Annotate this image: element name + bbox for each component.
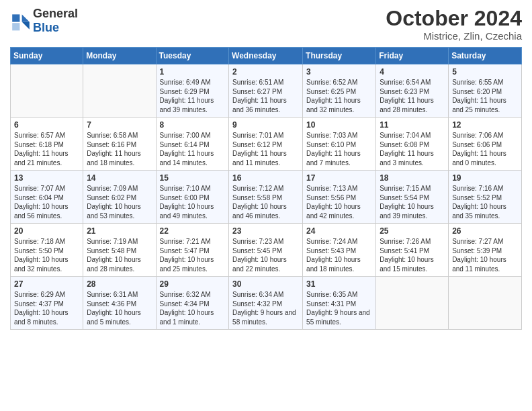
day-info: Sunrise: 7:16 AM Sunset: 5:52 PM Dayligh… — [452, 184, 518, 220]
day-number: 11 — [380, 120, 445, 130]
calendar-cell: 10Sunrise: 7:03 AM Sunset: 6:10 PM Dayli… — [303, 118, 376, 171]
day-info: Sunrise: 7:15 AM Sunset: 5:54 PM Dayligh… — [380, 184, 445, 220]
day-info: Sunrise: 6:54 AM Sunset: 6:23 PM Dayligh… — [380, 78, 445, 114]
calendar-cell: 3Sunrise: 6:52 AM Sunset: 6:25 PM Daylig… — [303, 64, 376, 118]
day-info: Sunrise: 7:07 AM Sunset: 6:04 PM Dayligh… — [14, 184, 79, 220]
calendar-cell: 17Sunrise: 7:13 AM Sunset: 5:56 PM Dayli… — [303, 171, 376, 224]
calendar-cell: 24Sunrise: 7:24 AM Sunset: 5:43 PM Dayli… — [303, 224, 376, 277]
day-info: Sunrise: 7:26 AM Sunset: 5:41 PM Dayligh… — [380, 237, 445, 273]
calendar-cell — [376, 277, 449, 330]
calendar-cell: 18Sunrise: 7:15 AM Sunset: 5:54 PM Dayli… — [376, 171, 449, 224]
day-number: 18 — [380, 173, 445, 183]
logo-general-text: General — [33, 7, 78, 20]
day-number: 10 — [306, 120, 372, 130]
day-info: Sunrise: 7:00 AM Sunset: 6:14 PM Dayligh… — [160, 131, 226, 167]
calendar-week-row: 6Sunrise: 6:57 AM Sunset: 6:18 PM Daylig… — [11, 118, 522, 171]
calendar-cell: 15Sunrise: 7:10 AM Sunset: 6:00 PM Dayli… — [156, 171, 229, 224]
day-number: 2 — [232, 67, 299, 77]
day-number: 26 — [452, 226, 518, 236]
day-number: 24 — [306, 226, 372, 236]
logo: General Blue — [10, 7, 78, 35]
calendar-cell: 31Sunrise: 6:35 AM Sunset: 4:31 PM Dayli… — [303, 277, 376, 330]
location-title: Mistrice, Zlin, Czechia — [386, 30, 522, 42]
calendar-cell: 22Sunrise: 7:21 AM Sunset: 5:47 PM Dayli… — [156, 224, 229, 277]
day-info: Sunrise: 6:49 AM Sunset: 6:29 PM Dayligh… — [160, 78, 226, 114]
month-title: October 2024 — [386, 7, 522, 30]
day-info: Sunrise: 6:31 AM Sunset: 4:36 PM Dayligh… — [87, 290, 152, 326]
day-info: Sunrise: 7:04 AM Sunset: 6:08 PM Dayligh… — [380, 131, 445, 167]
day-number: 28 — [87, 279, 152, 289]
calendar-cell: 4Sunrise: 6:54 AM Sunset: 6:23 PM Daylig… — [376, 64, 449, 118]
calendar-cell: 26Sunrise: 7:27 AM Sunset: 5:39 PM Dayli… — [449, 224, 522, 277]
calendar-cell: 30Sunrise: 6:34 AM Sunset: 4:32 PM Dayli… — [229, 277, 303, 330]
day-number: 21 — [87, 226, 152, 236]
day-number: 6 — [14, 120, 79, 130]
day-info: Sunrise: 7:21 AM Sunset: 5:47 PM Dayligh… — [160, 237, 226, 273]
day-info: Sunrise: 7:18 AM Sunset: 5:50 PM Dayligh… — [14, 237, 79, 273]
calendar-cell: 14Sunrise: 7:09 AM Sunset: 6:02 PM Dayli… — [83, 171, 156, 224]
logo-blue-text: Blue — [33, 21, 59, 34]
calendar-cell: 19Sunrise: 7:16 AM Sunset: 5:52 PM Dayli… — [449, 171, 522, 224]
day-info: Sunrise: 7:24 AM Sunset: 5:43 PM Dayligh… — [306, 237, 372, 273]
calendar-table: Sunday Monday Tuesday Wednesday Thursday… — [10, 47, 522, 330]
day-number: 13 — [14, 173, 79, 183]
logo-icon — [10, 10, 32, 32]
day-number: 3 — [306, 67, 372, 77]
header-friday: Friday — [376, 48, 449, 64]
day-info: Sunrise: 6:57 AM Sunset: 6:18 PM Dayligh… — [14, 131, 79, 167]
calendar-cell: 11Sunrise: 7:04 AM Sunset: 6:08 PM Dayli… — [376, 118, 449, 171]
calendar-week-row: 20Sunrise: 7:18 AM Sunset: 5:50 PM Dayli… — [11, 224, 522, 277]
day-info: Sunrise: 6:52 AM Sunset: 6:25 PM Dayligh… — [306, 78, 372, 114]
header-tuesday: Tuesday — [156, 48, 229, 64]
day-info: Sunrise: 7:13 AM Sunset: 5:56 PM Dayligh… — [306, 184, 372, 220]
day-number: 30 — [232, 279, 299, 289]
calendar-cell: 5Sunrise: 6:55 AM Sunset: 6:20 PM Daylig… — [449, 64, 522, 118]
calendar-cell: 1Sunrise: 6:49 AM Sunset: 6:29 PM Daylig… — [156, 64, 229, 118]
calendar-cell: 20Sunrise: 7:18 AM Sunset: 5:50 PM Dayli… — [11, 224, 83, 277]
header-wednesday: Wednesday — [229, 48, 303, 64]
day-info: Sunrise: 7:19 AM Sunset: 5:48 PM Dayligh… — [87, 237, 152, 273]
calendar-cell: 8Sunrise: 7:00 AM Sunset: 6:14 PM Daylig… — [156, 118, 229, 171]
day-info: Sunrise: 7:27 AM Sunset: 5:39 PM Dayligh… — [452, 237, 518, 273]
day-number: 23 — [232, 226, 299, 236]
header-monday: Monday — [83, 48, 156, 64]
header-saturday: Saturday — [449, 48, 522, 64]
day-number: 12 — [452, 120, 518, 130]
day-info: Sunrise: 6:34 AM Sunset: 4:32 PM Dayligh… — [232, 290, 299, 326]
day-number: 1 — [160, 67, 226, 77]
day-info: Sunrise: 7:23 AM Sunset: 5:45 PM Dayligh… — [232, 237, 299, 273]
day-info: Sunrise: 7:12 AM Sunset: 5:58 PM Dayligh… — [232, 184, 299, 220]
calendar-cell: 21Sunrise: 7:19 AM Sunset: 5:48 PM Dayli… — [83, 224, 156, 277]
day-number: 22 — [160, 226, 226, 236]
calendar-week-row: 13Sunrise: 7:07 AM Sunset: 6:04 PM Dayli… — [11, 171, 522, 224]
svg-rect-4 — [12, 23, 19, 30]
day-info: Sunrise: 7:06 AM Sunset: 6:06 PM Dayligh… — [452, 131, 518, 167]
day-number: 15 — [160, 173, 226, 183]
calendar-cell: 16Sunrise: 7:12 AM Sunset: 5:58 PM Dayli… — [229, 171, 303, 224]
header-thursday: Thursday — [303, 48, 376, 64]
day-info: Sunrise: 6:55 AM Sunset: 6:20 PM Dayligh… — [452, 78, 518, 114]
svg-rect-3 — [12, 14, 19, 21]
calendar-week-row: 27Sunrise: 6:29 AM Sunset: 4:37 PM Dayli… — [11, 277, 522, 330]
day-number: 4 — [380, 67, 445, 77]
calendar-cell: 2Sunrise: 6:51 AM Sunset: 6:27 PM Daylig… — [229, 64, 303, 118]
day-number: 9 — [232, 120, 299, 130]
calendar-cell: 27Sunrise: 6:29 AM Sunset: 4:37 PM Dayli… — [11, 277, 83, 330]
day-number: 20 — [14, 226, 79, 236]
calendar-cell: 6Sunrise: 6:57 AM Sunset: 6:18 PM Daylig… — [11, 118, 83, 171]
day-info: Sunrise: 6:51 AM Sunset: 6:27 PM Dayligh… — [232, 78, 299, 114]
day-number: 27 — [14, 279, 79, 289]
day-number: 19 — [452, 173, 518, 183]
day-number: 17 — [306, 173, 372, 183]
day-number: 31 — [306, 279, 372, 289]
day-info: Sunrise: 7:01 AM Sunset: 6:12 PM Dayligh… — [232, 131, 299, 167]
calendar-body: 1Sunrise: 6:49 AM Sunset: 6:29 PM Daylig… — [11, 64, 522, 330]
day-number: 16 — [232, 173, 299, 183]
calendar-cell: 23Sunrise: 7:23 AM Sunset: 5:45 PM Dayli… — [229, 224, 303, 277]
calendar-cell: 25Sunrise: 7:26 AM Sunset: 5:41 PM Dayli… — [376, 224, 449, 277]
day-number: 25 — [380, 226, 445, 236]
day-info: Sunrise: 6:58 AM Sunset: 6:16 PM Dayligh… — [87, 131, 152, 167]
header: General Blue October 2024 Mistrice, Zlin… — [10, 7, 522, 42]
day-info: Sunrise: 6:32 AM Sunset: 4:34 PM Dayligh… — [160, 290, 226, 326]
calendar-cell: 9Sunrise: 7:01 AM Sunset: 6:12 PM Daylig… — [229, 118, 303, 171]
